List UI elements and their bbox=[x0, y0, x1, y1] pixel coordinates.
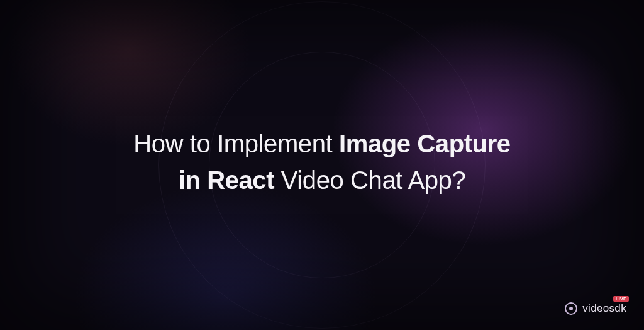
promo-banner: How to Implement Image Capture in React … bbox=[0, 0, 644, 330]
title-text-2: Video Chat App? bbox=[274, 166, 465, 194]
title-text-bold-1: Image Capture bbox=[339, 130, 511, 157]
banner-title: How to Implement Image Capture in React … bbox=[108, 125, 535, 198]
title-text-bold-2: in React bbox=[179, 166, 274, 194]
brand-logo: videosdk LIVE bbox=[565, 302, 626, 315]
live-badge: LIVE bbox=[613, 296, 629, 302]
logo-icon bbox=[565, 302, 577, 315]
logo-brand-text: videosdk bbox=[582, 302, 626, 315]
title-text-1: How to Implement bbox=[133, 130, 339, 157]
